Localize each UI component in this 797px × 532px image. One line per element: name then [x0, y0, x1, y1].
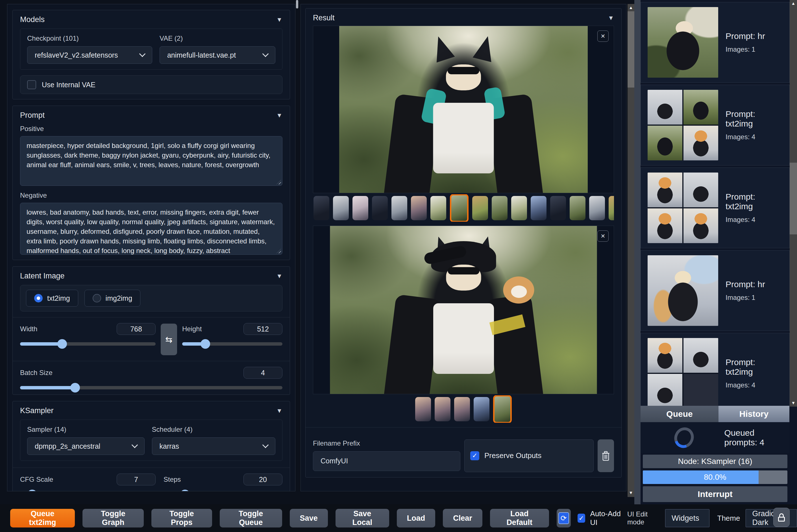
gallery-thumbnail-strip-bottom	[313, 395, 614, 423]
left-panel-scrollbar-thumb[interactable]	[296, 0, 298, 8]
gallery-thumbnail[interactable]	[474, 397, 490, 421]
history-item[interactable]: Prompt: hr Images: 1	[641, 250, 790, 331]
gallery-thumbnail[interactable]	[550, 196, 566, 220]
load-button[interactable]: Load	[397, 509, 436, 528]
gallery-thumbnail[interactable]	[372, 196, 388, 220]
refresh-icon: ⟳	[558, 512, 569, 524]
positive-prompt-input[interactable]: masterpiece, hyper detailed background, …	[20, 136, 282, 186]
gallery-thumbnail[interactable]	[333, 196, 349, 220]
gallery-thumbnail-selected[interactable]	[493, 395, 512, 423]
img2img-radio[interactable]: img2img	[84, 290, 140, 307]
history-item[interactable]: Prompt: txt2img Images: 4	[641, 333, 790, 406]
history-item-title: Prompt: txt2img	[725, 358, 784, 377]
toggle-queue-button[interactable]: Toggle Queue	[220, 509, 282, 528]
scrollbar-thumb[interactable]	[628, 11, 634, 88]
collapse-icon[interactable]: ▼	[276, 112, 282, 119]
models-title: Models	[20, 15, 45, 24]
negative-label: Negative	[20, 191, 282, 200]
height-slider[interactable]	[182, 342, 282, 346]
history-item[interactable]: Prompt: txt2img Images: 4	[641, 85, 790, 166]
width-slider[interactable]	[20, 342, 156, 346]
delete-outputs-button[interactable]	[597, 439, 614, 472]
history-thumbnail-grid	[648, 173, 718, 243]
scroll-down-icon[interactable]: ▼	[790, 400, 797, 405]
use-internal-vae-checkbox[interactable]	[27, 80, 36, 89]
close-icon: ✕	[601, 233, 606, 240]
widgets-select[interactable]: Widgets	[665, 509, 709, 527]
history-item[interactable]: Prompt: txt2img Images: 4	[641, 168, 790, 248]
gallery-thumbnail[interactable]	[353, 196, 368, 220]
vae-select[interactable]: animefull-latest.vae.pt	[159, 46, 276, 64]
steps-value[interactable]: 20	[244, 474, 282, 486]
sampler-select[interactable]: dpmpp_2s_ancestral	[27, 437, 145, 455]
width-label: Width	[20, 325, 37, 333]
clear-button[interactable]: Clear	[443, 509, 482, 528]
interrupt-button[interactable]: Interrupt	[643, 486, 787, 502]
gallery-thumbnail[interactable]	[392, 196, 407, 220]
close-button[interactable]: ✕	[597, 230, 609, 242]
history-scrollbar[interactable]: ▲ ▼	[790, 0, 797, 406]
collapse-icon[interactable]: ▼	[276, 407, 282, 415]
result-image-top[interactable]	[339, 26, 588, 193]
gallery-thumbnail[interactable]	[589, 196, 605, 220]
lock-button[interactable]	[773, 508, 790, 527]
toggle-graph-button[interactable]: Toggle Graph	[82, 509, 144, 528]
history-item-title: Prompt: txt2img	[725, 192, 784, 211]
auto-add-ui-checkbox[interactable]: ✓	[577, 514, 585, 523]
mode-radio-group: txt2img img2img	[20, 285, 282, 311]
latent-image-title: Latent Image	[20, 272, 65, 280]
gallery-thumbnail[interactable]	[472, 196, 488, 220]
save-button[interactable]: Save	[290, 509, 328, 528]
positive-label: Positive	[20, 125, 282, 133]
batch-size-slider[interactable]	[20, 386, 282, 390]
refresh-button[interactable]: ⟳	[557, 509, 571, 528]
result-image-bottom[interactable]	[330, 226, 597, 394]
gallery-thumbnail[interactable]	[411, 196, 427, 220]
gallery-thumbnail[interactable]	[314, 196, 329, 220]
height-value[interactable]: 512	[244, 323, 282, 335]
filename-prefix-input[interactable]: ComfyUI	[313, 451, 460, 471]
gallery-thumbnail[interactable]	[454, 397, 470, 421]
tab-queue[interactable]: Queue	[641, 406, 719, 422]
batch-size-value[interactable]: 4	[244, 367, 282, 379]
negative-prompt-input[interactable]: lowres, bad anatomy, bad hands, text, er…	[20, 203, 282, 255]
gallery-thumbnail[interactable]	[492, 196, 508, 220]
gallery-thumbnail[interactable]	[531, 196, 547, 220]
history-thumbnail	[648, 7, 718, 78]
tab-history[interactable]: History	[719, 406, 790, 422]
scheduler-select[interactable]: karras	[152, 437, 276, 455]
history-thumb-cell	[683, 338, 718, 373]
gallery-thumbnail[interactable]	[435, 397, 451, 421]
gallery-thumbnail-selected[interactable]	[450, 194, 469, 222]
preserve-outputs-label: Preserve Outputs	[485, 451, 542, 460]
history-item[interactable]: Prompt: hr Images: 1	[641, 2, 790, 83]
checkpoint-select[interactable]: refslaveV2_v2.safetensors	[27, 46, 152, 64]
swap-dimensions-button[interactable]: ⇆	[161, 324, 177, 355]
width-value[interactable]: 768	[117, 323, 156, 335]
collapse-icon[interactable]: ▼	[608, 14, 614, 22]
chevron-down-icon	[262, 51, 269, 57]
gallery-thumbnail[interactable]	[511, 196, 527, 220]
scroll-up-icon[interactable]: ▲	[628, 5, 634, 10]
scrollbar-thumb[interactable]	[790, 163, 797, 234]
preserve-outputs-checkbox[interactable]: ✓	[470, 451, 479, 460]
gallery-thumbnail[interactable]	[570, 196, 586, 220]
gallery-thumbnail[interactable]	[609, 196, 614, 220]
history-item-title: Prompt: hr	[725, 31, 765, 41]
gallery-thumbnail[interactable]	[415, 397, 431, 421]
collapse-icon[interactable]: ▼	[276, 16, 282, 23]
load-default-button[interactable]: Load Default	[490, 509, 549, 528]
save-local-button[interactable]: Save Local	[336, 509, 389, 528]
queue-txt2img-button[interactable]: Queue txt2img	[10, 509, 75, 528]
txt2img-radio[interactable]: txt2img	[26, 290, 78, 307]
scroll-up-icon[interactable]: ▲	[790, 1, 797, 6]
cfg-scale-value[interactable]: 7	[117, 474, 156, 486]
latent-image-section: Latent Image ▼ txt2img img2img Width	[13, 266, 290, 395]
scroll-down-icon[interactable]: ▼	[628, 490, 634, 495]
result-scrollbar[interactable]: ▲ ▼	[628, 4, 634, 497]
toggle-props-button[interactable]: Toggle Props	[151, 509, 212, 528]
sampler-value: dpmpp_2s_ancestral	[35, 442, 100, 450]
gallery-thumbnail[interactable]	[431, 196, 446, 220]
collapse-icon[interactable]: ▼	[276, 272, 282, 280]
close-button[interactable]: ✕	[597, 31, 609, 42]
